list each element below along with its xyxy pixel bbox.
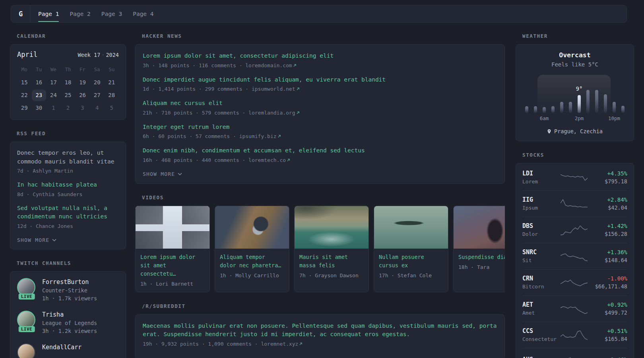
tab-page-2[interactable]: Page 2 — [70, 6, 90, 22]
rss-item: Sed volutpat nulla nisl, a condimentum n… — [17, 204, 119, 230]
time-label: 10pm — [608, 115, 620, 121]
weather-bar — [621, 106, 625, 113]
calendar-day-next-month: 2 — [61, 102, 76, 114]
hn-item-domain[interactable]: loremlandia.org — [248, 110, 295, 116]
stock-sparkline — [561, 329, 588, 341]
hn-item-title[interactable]: Aliquam nec cursus elit — [143, 99, 497, 108]
hn-item-domain[interactable]: loremdomain.com — [245, 62, 292, 68]
calendar-week-info: Week 17·2024 — [78, 52, 119, 58]
dot-separator: · — [100, 52, 106, 58]
stock-name: Amet — [522, 309, 561, 317]
stock-change: +0.92% — [588, 301, 627, 309]
hn-item-domain[interactable]: ipsumworld.net — [252, 86, 295, 92]
stock-ticker: CCS — [522, 327, 561, 335]
calendar-grid: Mo Tu We Th Fr Sa Su 15 16 17 18 19 20 2… — [17, 65, 119, 114]
video-thumbnail[interactable] — [136, 206, 209, 249]
stock-sparkline — [561, 250, 588, 263]
video-card[interactable]: Aliquam tempor dolor nec pharetra… 1h · … — [215, 206, 289, 292]
channel-name[interactable]: ForrestBurton — [42, 278, 97, 286]
reddit-post-domain[interactable]: loremnet.xyz — [261, 341, 298, 347]
weather-widget: WEATHER Overcast Feels like 5°C 9° 6am2p… — [516, 33, 634, 141]
tab-page-1[interactable]: Page 1 — [38, 6, 59, 22]
hn-item: Integer eget rutrum lorem 6h · 60 points… — [143, 123, 497, 140]
stock-sparkline — [561, 224, 588, 236]
video-card[interactable]: Nullam posuere cursus ex 17h · Stefan Co… — [374, 206, 448, 292]
hn-item-meta: 3h · 148 points · 116 comments · loremdo… — [143, 62, 497, 69]
hn-item-title[interactable]: Donec enim nibh, condimentum et accumsan… — [143, 146, 497, 155]
channel-game: League of Legends — [42, 319, 97, 327]
rss-section-label: RSS FEED — [17, 130, 126, 136]
calendar-day: 19 — [75, 77, 90, 88]
channel-game: Counter-Strike — [42, 286, 97, 294]
calendar-day-selected: 23 — [32, 90, 47, 101]
hn-show-more-button[interactable]: SHOW MORE — [143, 171, 497, 177]
twitch-channel-row[interactable]: LIVE Trisha League of Legends 3h · 1.2k … — [17, 311, 119, 335]
tab-page-3[interactable]: Page 3 — [101, 6, 122, 22]
twitch-channel-row[interactable]: LIVE ForrestBurton Counter-Strike 1h · 1… — [17, 278, 119, 302]
video-title[interactable]: Lorem ipsum dolor sit amet consectetu… — [140, 253, 205, 278]
weather-bar — [604, 94, 607, 113]
hn-item-title[interactable]: Integer eget rutrum lorem — [143, 123, 497, 132]
channel-meta: 3h · 1.2k viewers — [42, 327, 97, 335]
video-thumbnail[interactable] — [295, 206, 369, 249]
weather-bar — [525, 106, 528, 113]
stock-row: LDI Lorem +4.35% $795.18 — [522, 165, 627, 191]
video-meta: 7h · Grayson Dawson — [299, 272, 364, 278]
hn-item-meta: 21h · 710 points · 579 comments · loreml… — [143, 109, 497, 117]
stock-row: CRN Bitcorn -1.00% $66,171.48 — [522, 269, 627, 296]
calendar-day-next-month: 1 — [46, 102, 61, 114]
calendar-day-next-month: 5 — [104, 102, 119, 114]
video-title[interactable]: Nullam posuere cursus ex — [379, 253, 443, 270]
hn-item-title[interactable]: Lorem ipsum dolor sit amet, consectetur … — [143, 52, 497, 60]
video-meta: 18h · Tara — [458, 264, 505, 270]
calendar-day: 22 — [17, 90, 32, 101]
rss-show-more-button[interactable]: SHOW MORE — [17, 237, 119, 243]
live-badge: LIVE — [19, 294, 35, 300]
video-thumbnail[interactable] — [374, 206, 448, 249]
hn-item-title[interactable]: Donec imperdiet augue tincidunt felis al… — [143, 76, 497, 84]
rss-item-title[interactable]: Donec tempor eros leo, ut commodo mauris… — [17, 149, 119, 166]
stock-change: +0.51% — [588, 327, 627, 335]
middle-column: HACKER NEWS Lorem ipsum dolor sit amet, … — [135, 33, 505, 358]
twitch-channel-row[interactable]: KendallCarr — [17, 343, 119, 358]
channel-name[interactable]: Trisha — [42, 311, 97, 319]
weather-bar — [595, 90, 598, 113]
hn-item-domain[interactable]: loremtech.co — [248, 157, 286, 163]
stocks-widget: STOCKS LDI Lorem +4.35% $795.18 IIG Ipsu… — [516, 152, 634, 358]
video-thumbnail[interactable] — [215, 206, 289, 249]
reddit-post: Maecenas mollis pulvinar erat non posuer… — [143, 322, 497, 348]
videos-section-label: VIDEOS — [142, 195, 505, 200]
video-title[interactable]: Suspendisse diam — [458, 253, 505, 261]
video-card[interactable]: Suspendisse diam 18h · Tara — [453, 206, 505, 292]
rss-item-title[interactable]: In hac habitasse platea — [17, 181, 119, 189]
stock-change: +4.35% — [588, 169, 627, 178]
time-label: 2pm — [575, 115, 584, 121]
calendar-day: 27 — [90, 90, 105, 101]
video-meta: 1h · Lori Barnett — [140, 281, 205, 287]
video-thumbnail[interactable] — [454, 206, 505, 249]
stock-ticker: AET — [522, 301, 561, 309]
video-card[interactable]: Mauris sit amet massa felis 7h · Grayson… — [294, 206, 369, 292]
external-link-icon — [296, 110, 300, 116]
video-title[interactable]: Aliquam tempor dolor nec pharetra… — [220, 253, 284, 270]
video-card[interactable]: Lorem ipsum dolor sit amet consectetu… 1… — [135, 206, 210, 292]
stock-price: $156.28 — [588, 230, 627, 238]
stock-row: DBS Dolor +1.42% $156.28 — [522, 217, 627, 243]
video-title[interactable]: Mauris sit amet massa felis — [299, 253, 364, 270]
hn-item: Donec enim nibh, condimentum et accumsan… — [143, 146, 497, 164]
rss-item: In hac habitasse platea 8d · Cynthia Sau… — [17, 181, 119, 198]
stock-row: CCS Consectetur +0.51% $165.84 — [522, 322, 627, 348]
calendar-day: 28 — [104, 90, 119, 101]
stock-row: AHS +0.46% — [522, 348, 627, 358]
channel-name[interactable]: KendallCarr — [42, 343, 81, 352]
rss-item-title[interactable]: Sed volutpat nulla nisl, a condimentum n… — [17, 204, 119, 221]
hn-item-domain[interactable]: ipsumify.biz — [239, 133, 277, 139]
external-link-icon — [277, 133, 281, 139]
tab-page-4[interactable]: Page 4 — [133, 6, 153, 22]
reddit-post-title[interactable]: Maecenas mollis pulvinar erat non posuer… — [143, 322, 497, 339]
app-logo[interactable]: G — [11, 6, 31, 22]
calendar-day: 16 — [32, 77, 47, 88]
stock-sparkline — [561, 353, 588, 358]
hn-item-meta: 16h · 468 points · 440 comments · loremt… — [143, 157, 497, 164]
calendar-day: 26 — [75, 90, 90, 101]
